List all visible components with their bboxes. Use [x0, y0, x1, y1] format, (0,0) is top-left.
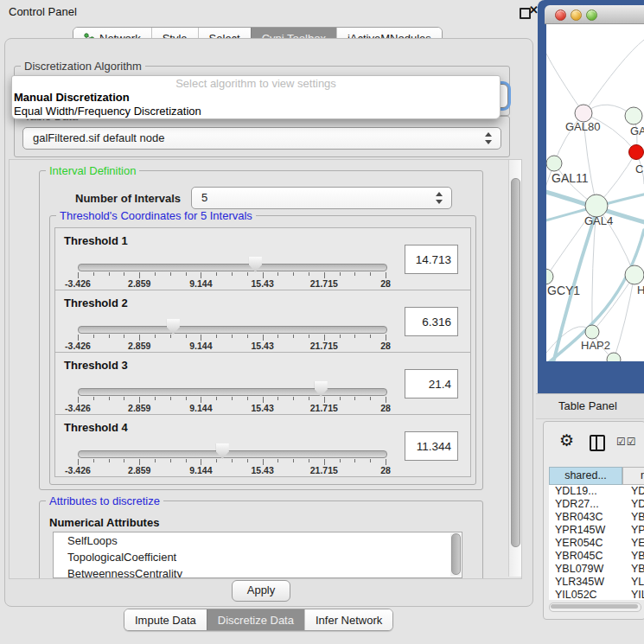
table-row[interactable]: YBR043CYBR0: [549, 511, 644, 524]
list-scrollbar-thumb[interactable]: [451, 533, 461, 575]
tick-mark: [93, 272, 94, 276]
table-row[interactable]: YLR345WYLR3: [549, 576, 644, 589]
network-window-titlebar[interactable]: [545, 5, 644, 24]
tick-mark: [340, 459, 341, 462]
attribute-list-item[interactable]: BetweennessCentrality: [54, 565, 462, 578]
tick-label: 15.43: [251, 278, 273, 289]
table-row[interactable]: YBR045CYBR0: [549, 550, 644, 563]
table-row[interactable]: YDL19...YDL1: [549, 485, 644, 498]
cell-shared-name[interactable]: YDL19...: [549, 485, 622, 498]
threshold-3-value-field[interactable]: 21.4: [405, 369, 458, 399]
column-header-shared[interactable]: shared...: [549, 467, 622, 485]
tick-mark: [247, 397, 248, 400]
threshold-1-value-field[interactable]: 14.713: [405, 245, 458, 274]
list-scrollbar[interactable]: [450, 533, 461, 577]
tick-mark: [386, 459, 386, 465]
tab-discretize-data[interactable]: Discretize Data: [207, 609, 304, 630]
node-gal80[interactable]: [575, 105, 592, 122]
gear-icon[interactable]: ⚙: [559, 430, 574, 450]
tick-mark: [370, 272, 371, 276]
tick-mark: [139, 272, 140, 278]
cell-shared-name[interactable]: YPR145W: [549, 524, 622, 537]
node-gcy1[interactable]: [546, 269, 553, 284]
settings-scrollbar[interactable]: [508, 160, 521, 577]
attribute-list-item[interactable]: SelfLoops: [54, 532, 462, 549]
cell-name[interactable]: YBR0: [622, 511, 644, 524]
threshold-2-slider-track[interactable]: [78, 326, 387, 334]
columns-icon[interactable]: [590, 435, 605, 451]
threshold-2-label: Threshold 2: [64, 296, 128, 309]
node-top-right[interactable]: [625, 107, 642, 124]
table-data-combo[interactable]: galFiltered.sif default node: [22, 127, 501, 150]
tick-mark: [354, 272, 355, 276]
node-h[interactable]: [625, 265, 644, 284]
cell-name[interactable]: YER0: [622, 537, 644, 550]
select-checkboxes-icon[interactable]: ☑☑: [616, 436, 637, 448]
threshold-4-slider-track[interactable]: [78, 450, 387, 458]
app-window: Control Panel ✕ Network Style Select Cyn…: [0, 0, 644, 644]
cell-shared-name[interactable]: YBR045C: [549, 550, 622, 563]
threshold-1-slider-track[interactable]: [78, 264, 387, 271]
attribute-list-item[interactable]: TopologicalCoefficient: [54, 549, 462, 565]
settings-scrollbar-thumb[interactable]: [511, 178, 520, 547]
node-gal11[interactable]: [546, 156, 562, 171]
cell-name[interactable]: YDR2: [622, 498, 644, 511]
dropdown-placeholder-item[interactable]: Select algorithm to view settings: [12, 77, 500, 91]
minimize-traffic-light-icon[interactable]: [571, 10, 582, 21]
threshold-4-label: Threshold 4: [64, 421, 128, 434]
apply-button[interactable]: Apply: [232, 580, 290, 602]
cell-shared-name[interactable]: YBR043C: [549, 511, 622, 524]
close-traffic-light-icon[interactable]: [555, 10, 566, 21]
table-data-combo-value: galFiltered.sif default node: [23, 128, 501, 149]
threshold-4-value-field[interactable]: 11.344: [405, 431, 458, 461]
tick-mark: [232, 459, 233, 462]
node-hap2[interactable]: [585, 325, 599, 339]
network-canvas[interactable]: GAL80 GA C GAL11 GAL4 GCY1 H HAP2: [546, 24, 644, 361]
tick-mark: [155, 272, 156, 276]
cell-name[interactable]: YBR0: [622, 550, 644, 563]
table-row[interactable]: YDR27...YDR2: [549, 498, 644, 511]
tick-mark: [324, 335, 325, 341]
threshold-2-box: Threshold 2 -3.4262.8599.14415.4321.7152…: [54, 290, 471, 353]
table-hscrollbar-thumb[interactable]: [551, 604, 638, 609]
table-row[interactable]: YER054CYER0: [549, 537, 644, 550]
tab-discretize-data-label: Discretize Data: [218, 614, 294, 627]
cell-name[interactable]: YIL0: [622, 589, 644, 600]
number-of-intervals-combo[interactable]: 5: [191, 187, 452, 209]
tick-mark: [386, 272, 386, 278]
tick-mark: [354, 397, 355, 400]
tick-mark: [370, 397, 371, 400]
threshold-3-slider-track[interactable]: [78, 388, 387, 396]
zoom-traffic-light-icon[interactable]: [586, 10, 597, 21]
cell-shared-name[interactable]: YIL052C: [549, 589, 622, 600]
column-header-name[interactable]: n: [622, 467, 644, 485]
tick-mark: [155, 459, 156, 462]
table-row[interactable]: YPR145WYPR1: [549, 524, 644, 537]
tick-mark: [216, 459, 217, 462]
table-row[interactable]: YBL079WYBL0: [549, 563, 644, 576]
table-hscrollbar[interactable]: [549, 603, 641, 612]
table-row[interactable]: YIL052CYIL0: [549, 589, 644, 600]
table-body: YDL19...YDL1YDR27...YDR2YBR043CYBR0YPR14…: [549, 485, 644, 600]
node-bottom[interactable]: [607, 353, 621, 361]
tick-mark: [277, 459, 278, 462]
tick-mark: [201, 335, 201, 341]
cell-name[interactable]: YDL1: [622, 485, 644, 498]
cell-name[interactable]: YLR3: [622, 576, 644, 589]
cell-shared-name[interactable]: YBL079W: [549, 563, 622, 576]
dropdown-option-manual[interactable]: Manual Discretization: [12, 91, 500, 105]
cell-name[interactable]: YPR1: [622, 524, 644, 537]
tab-impute-data[interactable]: Impute Data: [124, 609, 207, 630]
tick-mark: [124, 335, 124, 338]
threshold-2-value-field[interactable]: 6.316: [405, 307, 458, 336]
cell-shared-name[interactable]: YER054C: [549, 537, 622, 550]
cell-shared-name[interactable]: YLR345W: [549, 576, 622, 589]
dropdown-option-equal-width[interactable]: Equal Width/Frequency Discretization: [12, 105, 500, 118]
tab-infer-network[interactable]: Infer Network: [304, 609, 392, 630]
numerical-attributes-list[interactable]: SelfLoopsTopologicalCoefficientBetweenne…: [53, 532, 462, 578]
cell-name[interactable]: YBL0: [622, 563, 644, 576]
cell-shared-name[interactable]: YDR27...: [549, 498, 622, 511]
node-red-selected[interactable]: [629, 145, 644, 160]
tick-label: 28: [380, 341, 391, 351]
threshold-coordinates-label: Threshold's Coordinates for 5 Intervals: [56, 209, 256, 222]
